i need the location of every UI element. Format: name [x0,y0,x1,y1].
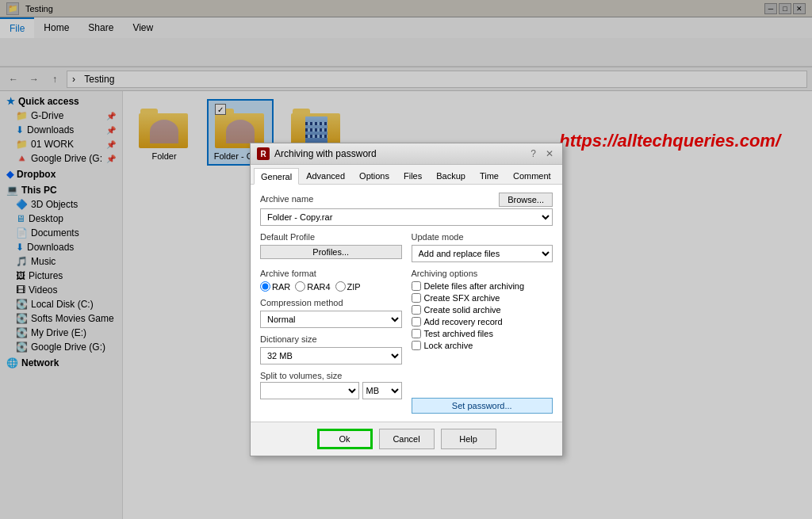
archive-name-label: Archive name [260,194,313,204]
dialog-tab-advanced[interactable]: Advanced [299,168,352,184]
checkbox-sfx[interactable]: Create SFX archive [412,293,553,303]
checkbox-delete[interactable]: Delete files after archiving [412,281,553,291]
format-zip-label[interactable]: ZIP [335,281,361,292]
dialog-tab-time[interactable]: Time [473,168,506,184]
compression-section: Compression method Normal Store Fastest … [260,298,402,328]
dialog-tab-backup[interactable]: Backup [429,168,473,184]
checkbox-test[interactable]: Test archived files [412,329,553,338]
dialog-body: Archive name Browse... Folder - Copy.rar… [251,185,562,422]
browse-button[interactable]: Browse... [499,193,553,207]
format-options-row: Archive format RAR RAR4 ZIP [260,269,553,414]
dialog-close-button[interactable]: ✕ [543,148,556,159]
dialog-help-button[interactable]: ? [528,148,538,159]
checkbox-sfx-label: Create SFX archive [424,293,500,303]
set-password-button[interactable]: Set password... [412,398,553,414]
checkbox-delete-input[interactable] [412,281,421,291]
dialog-footer: Ok Cancel Help [251,422,562,456]
ok-button[interactable]: Ok [317,429,373,449]
format-radio-group: RAR RAR4 ZIP [260,281,402,292]
checkbox-recovery-label: Add recovery record [424,317,503,326]
format-zip-radio[interactable] [335,281,346,292]
checkbox-test-label: Test archived files [424,329,493,338]
archiving-options-col: Archiving options Delete files after arc… [412,269,553,414]
format-rar4-radio[interactable] [295,281,305,292]
dialog-tab-general[interactable]: General [254,168,299,185]
split-unit-select[interactable]: MB KB GB [362,382,402,399]
checkbox-lock[interactable]: Lock archive [412,341,553,350]
checkbox-delete-label: Delete files after archiving [424,281,525,291]
compression-select[interactable]: Normal Store Fastest Fast Good Best [260,311,402,328]
default-profile-col: Default Profile Profiles... [260,232,402,262]
dictionary-label: Dictionary size [260,334,402,344]
checkbox-lock-input[interactable] [412,341,421,350]
dialog-tabs: General Advanced Options Files Backup Ti… [251,165,562,185]
dialog-tab-comment[interactable]: Comment [506,168,558,184]
dialog-tab-files[interactable]: Files [396,168,429,184]
split-size-select[interactable] [260,382,359,399]
archiving-dialog: R Archiving with password ? ✕ General Ad… [250,143,563,456]
checkbox-list: Delete files after archiving Create SFX … [412,281,553,350]
format-rar-radio[interactable] [260,281,270,292]
password-section: Set password... [412,398,553,414]
rar-icon: R [257,147,270,160]
archive-format-label: Archive format [260,269,402,278]
dialog-tab-options[interactable]: Options [352,168,396,184]
dialog-title-bar: R Archiving with password ? ✕ [251,143,562,165]
archive-name-row: Archive name Browse... Folder - Copy.rar [260,193,553,226]
archive-name-select[interactable]: Folder - Copy.rar [260,208,553,226]
default-profile-label: Default Profile [260,232,402,242]
dialog-title-text: Archiving with password [274,148,523,159]
checkbox-solid[interactable]: Create solid archive [412,305,553,315]
compression-label: Compression method [260,298,402,307]
checkbox-lock-label: Lock archive [424,341,473,350]
format-rar-label[interactable]: RAR [260,281,290,292]
dictionary-section: Dictionary size 32 MB 1 MB 2 MB 4 MB 8 M… [260,334,402,364]
help-button[interactable]: Help [441,429,496,449]
split-input-row: MB KB GB [260,382,402,399]
profiles-button[interactable]: Profiles... [260,245,402,259]
checkbox-solid-input[interactable] [412,305,421,315]
archiving-options-label: Archiving options [412,269,553,278]
profile-update-row: Default Profile Profiles... Update mode … [260,232,553,262]
update-mode-select[interactable]: Add and replace files Update and add fil… [412,245,553,262]
format-rar4-label[interactable]: RAR4 [295,281,330,292]
checkbox-sfx-input[interactable] [412,293,421,303]
split-label: Split to volumes, size [260,371,402,380]
update-mode-label: Update mode [412,232,553,242]
checkbox-recovery-input[interactable] [412,317,421,326]
split-section: Split to volumes, size MB KB GB [260,371,402,399]
dictionary-select[interactable]: 32 MB 1 MB 2 MB 4 MB 8 MB 16 MB 64 MB [260,347,402,364]
dialog-overlay: R Archiving with password ? ✕ General Ad… [0,0,812,519]
checkbox-solid-label: Create solid archive [424,305,501,315]
update-mode-col: Update mode Add and replace files Update… [412,232,553,262]
checkbox-recovery[interactable]: Add recovery record [412,317,553,326]
checkbox-test-input[interactable] [412,329,421,338]
archive-format-col: Archive format RAR RAR4 ZIP [260,269,402,414]
cancel-button[interactable]: Cancel [379,429,435,449]
